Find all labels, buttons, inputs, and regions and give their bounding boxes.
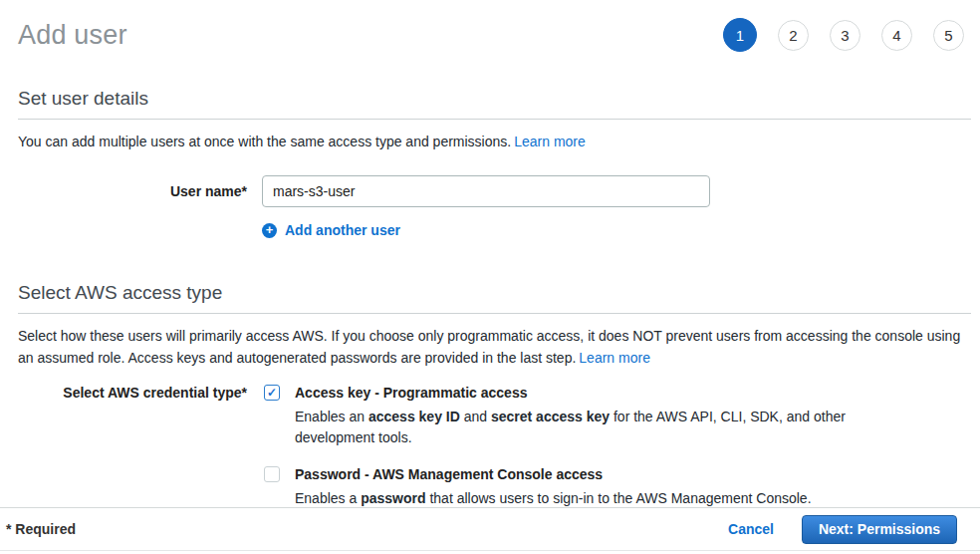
user-name-input[interactable] <box>262 175 710 207</box>
page-title: Add user <box>18 20 127 51</box>
wizard-footer: * Required Cancel Next: Permissions <box>0 507 980 551</box>
next-permissions-button[interactable]: Next: Permissions <box>802 515 957 544</box>
access-type-intro-text: Select how these users will primarily ac… <box>18 328 960 366</box>
credential-options: ✓ Access key - Programmatic access Enabl… <box>264 384 851 509</box>
access-key-option: ✓ Access key - Programmatic access Enabl… <box>264 384 851 448</box>
desc-text: and <box>460 409 491 424</box>
wizard-step-1[interactable]: 1 <box>723 18 757 52</box>
page-header: Add user 1 2 3 4 5 <box>0 0 980 52</box>
credential-type-row: Select AWS credential type* ✓ Access key… <box>18 384 972 509</box>
wizard-step-2[interactable]: 2 <box>778 20 809 51</box>
add-another-user-button[interactable]: + Add another user <box>262 222 400 238</box>
access-type-heading: Select AWS access type <box>18 282 971 314</box>
wizard-steps: 1 2 3 4 5 <box>723 18 964 52</box>
add-another-user-label: Add another user <box>285 222 400 238</box>
password-option-text: Password - AWS Management Console access… <box>295 465 812 509</box>
password-option: Password - AWS Management Console access… <box>264 465 851 509</box>
desc-text: Enables a <box>295 490 361 506</box>
user-details-heading: Set user details <box>18 88 971 120</box>
access-key-option-title: Access key - Programmatic access <box>295 384 851 402</box>
access-key-option-text: Access key - Programmatic access Enables… <box>295 384 851 448</box>
plus-circle-icon: + <box>262 223 277 238</box>
desc-text: that allows users to sign-in to the AWS … <box>426 490 812 506</box>
password-option-title: Password - AWS Management Console access <box>295 465 812 483</box>
cancel-button[interactable]: Cancel <box>728 521 774 537</box>
user-details-learn-more-link[interactable]: Learn more <box>514 134 586 149</box>
access-type-section: Select AWS access type Select how these … <box>18 282 972 509</box>
credential-type-label: Select AWS credential type* <box>18 384 247 401</box>
user-name-label: User name* <box>18 183 247 199</box>
user-name-row: User name* <box>18 175 972 207</box>
desc-bold: access key ID <box>368 409 460 424</box>
wizard-step-4[interactable]: 4 <box>881 20 912 51</box>
user-details-intro-text: You can add multiple users at once with … <box>18 134 511 149</box>
required-note: * Required <box>6 521 76 537</box>
desc-bold: secret access key <box>491 409 610 424</box>
add-user-page: Add user 1 2 3 4 5 Set user details You … <box>0 0 980 554</box>
desc-text: Enables an <box>295 409 368 424</box>
wizard-step-3[interactable]: 3 <box>830 20 860 51</box>
wizard-step-5[interactable]: 5 <box>933 20 964 51</box>
password-checkbox[interactable] <box>264 466 280 482</box>
access-key-checkbox[interactable]: ✓ <box>264 385 280 401</box>
main-content: Set user details You can add multiple us… <box>0 88 980 509</box>
access-key-option-desc: Enables an access key ID and secret acce… <box>295 407 851 448</box>
password-option-desc: Enables a password that allows users to … <box>295 488 812 509</box>
access-type-learn-more-link[interactable]: Learn more <box>579 350 650 366</box>
user-details-section: Set user details You can add multiple us… <box>18 88 972 238</box>
user-details-intro: You can add multiple users at once with … <box>18 131 972 152</box>
access-type-intro: Select how these users will primarily ac… <box>18 325 972 369</box>
desc-bold: password <box>361 490 425 506</box>
footer-actions: Cancel Next: Permissions <box>728 515 957 544</box>
